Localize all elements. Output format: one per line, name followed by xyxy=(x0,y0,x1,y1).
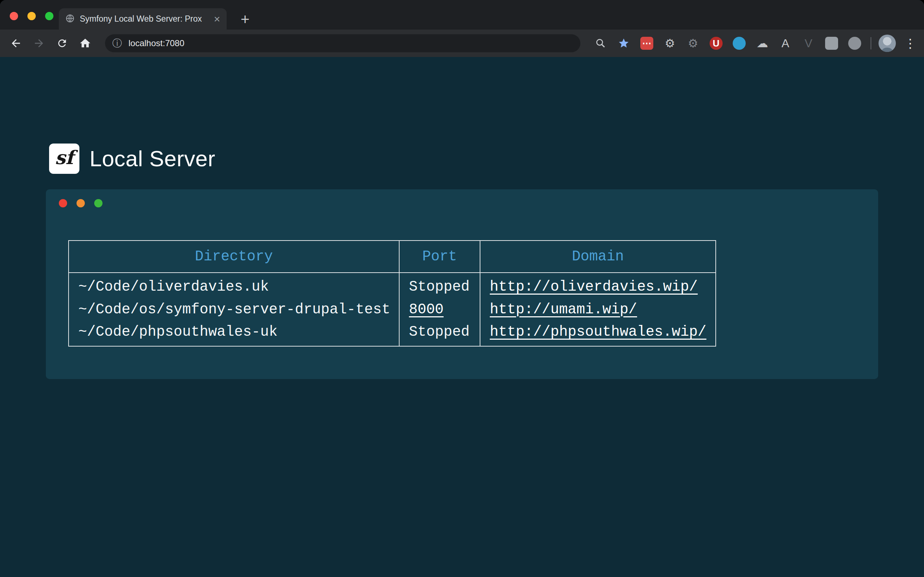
zoom-magnifier-icon[interactable] xyxy=(589,32,612,55)
macos-close-button[interactable] xyxy=(10,12,18,20)
extension-ublock-icon[interactable]: U xyxy=(704,32,728,55)
page-title: Local Server xyxy=(89,146,215,171)
new-tab-button[interactable]: + xyxy=(235,10,255,29)
page-body: sf Local Server Directory Port Domain xyxy=(0,57,924,577)
tab-close-icon[interactable]: × xyxy=(214,14,220,24)
directory-cell: ~/Code/os/symfony-server-drupal-test xyxy=(69,297,399,322)
card-window-dots xyxy=(59,199,102,207)
card-orange-dot xyxy=(76,199,85,207)
proxy-table: Directory Port Domain ~/Code/oliverdavie… xyxy=(68,240,716,347)
domain-link[interactable]: http://phpsouthwales.wip/ xyxy=(490,324,706,340)
extension-cloud-icon[interactable]: ☁ xyxy=(751,32,774,55)
extension-github-icon[interactable] xyxy=(843,32,866,55)
home-button[interactable] xyxy=(74,32,97,55)
table-row: ~/Code/phpsouthwales-uk Stopped http://p… xyxy=(69,322,716,346)
column-header-directory: Directory xyxy=(69,240,399,272)
port-link[interactable]: 8000 xyxy=(409,301,444,318)
port-status-cell: Stopped xyxy=(399,272,480,297)
browser-menu-icon[interactable]: ⋮ xyxy=(899,32,922,55)
extension-red-dots-icon[interactable]: ⋯ xyxy=(635,32,658,55)
extension-cog-dark-icon[interactable]: ⚙ xyxy=(682,32,704,55)
reload-button[interactable] xyxy=(50,32,74,55)
address-bar[interactable]: ⓘ localhost:7080 xyxy=(105,34,580,52)
back-button[interactable] xyxy=(4,32,27,55)
brand-header: sf Local Server xyxy=(49,143,215,174)
port-status-cell: Stopped xyxy=(399,322,480,346)
directory-cell: ~/Code/phpsouthwales-uk xyxy=(69,322,399,346)
forward-button[interactable] xyxy=(27,32,50,55)
site-info-icon[interactable]: ⓘ xyxy=(112,37,122,50)
macos-minimize-button[interactable] xyxy=(27,12,36,20)
extension-gear-icon[interactable]: ⚙ xyxy=(658,32,682,55)
directory-cell: ~/Code/oliverdavies.uk xyxy=(69,272,399,297)
bookmark-star-icon[interactable] xyxy=(612,32,635,55)
toolbar-separator xyxy=(871,37,871,49)
table-row: ~/Code/os/symfony-server-drupal-test 800… xyxy=(69,297,716,322)
macos-window-controls xyxy=(10,12,53,20)
domain-link[interactable]: http://oliverdavies.wip/ xyxy=(490,279,698,295)
profile-avatar[interactable] xyxy=(876,32,899,55)
table-row: ~/Code/oliverdavies.uk Stopped http://ol… xyxy=(69,272,716,297)
macos-zoom-button[interactable] xyxy=(45,12,53,20)
card-red-dot xyxy=(59,199,67,207)
browser-window: Symfony Local Web Server: Prox × + ⓘ loc… xyxy=(0,0,924,577)
extension-generic-icon[interactable] xyxy=(820,32,843,55)
tab-title: Symfony Local Web Server: Prox xyxy=(80,14,208,24)
extension-letter-v-icon[interactable]: V xyxy=(797,32,820,55)
column-header-port: Port xyxy=(399,240,480,272)
table-header-row: Directory Port Domain xyxy=(69,240,716,272)
extension-letter-a-icon[interactable]: A xyxy=(774,32,797,55)
server-card: Directory Port Domain ~/Code/oliverdavie… xyxy=(46,189,878,379)
extension-blue-circle-icon[interactable] xyxy=(728,32,751,55)
browser-tab[interactable]: Symfony Local Web Server: Prox × xyxy=(59,8,227,29)
url-text: localhost:7080 xyxy=(129,38,184,48)
column-header-domain: Domain xyxy=(480,240,716,272)
favicon-globe-icon xyxy=(65,14,75,24)
tab-strip: Symfony Local Web Server: Prox × + xyxy=(0,0,924,29)
card-green-dot xyxy=(94,199,102,207)
symfony-logo: sf xyxy=(49,143,79,174)
browser-toolbar: ⓘ localhost:7080 ⋯ ⚙ ⚙ U ☁ A V ⋮ xyxy=(0,29,924,57)
star-shape xyxy=(619,39,629,48)
domain-link[interactable]: http://umami.wip/ xyxy=(490,301,637,318)
